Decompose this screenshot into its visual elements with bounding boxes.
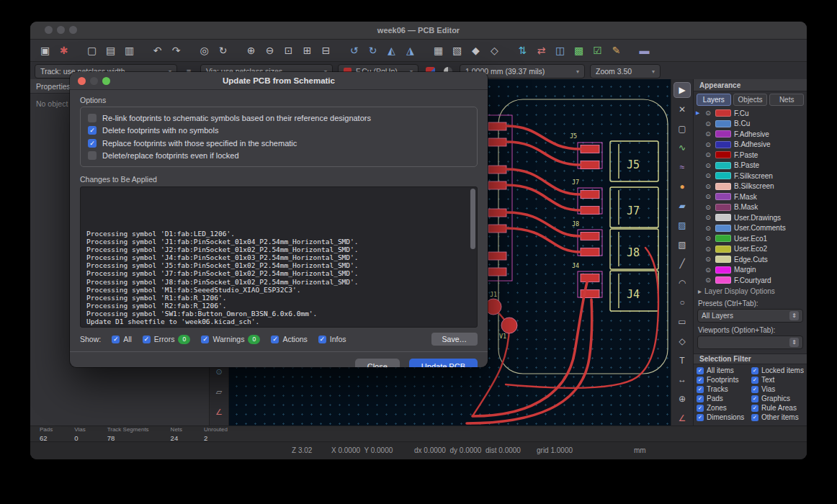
zoom-fit-objects-icon[interactable]: ⊞ [298, 42, 316, 59]
layer-color-swatch[interactable] [715, 120, 731, 127]
selection-filter-item[interactable]: Pads [697, 395, 750, 403]
zoom-in-icon[interactable]: ⊕ [242, 42, 260, 59]
visibility-eye-icon[interactable]: ⊙ [704, 151, 712, 158]
selection-filter-item[interactable]: Rule Areas [751, 405, 804, 413]
checkbox[interactable] [751, 377, 758, 384]
visibility-eye-icon[interactable]: ⊙ [704, 246, 712, 253]
viewports-combo[interactable]: ⇕ [697, 336, 803, 349]
checkbox[interactable] [697, 414, 704, 421]
add-footprint-icon[interactable]: ▰ [673, 198, 691, 214]
selection-filter-item[interactable]: Graphics [751, 395, 804, 403]
route-tracks-icon[interactable]: ∿ [673, 140, 691, 156]
status-units[interactable]: mm [634, 446, 646, 454]
add-text-icon[interactable]: T [673, 353, 691, 369]
draw-arc-icon[interactable]: ◠ [673, 275, 691, 291]
visibility-eye-icon[interactable]: ⊙ [704, 120, 712, 127]
find-icon[interactable]: ◎ [195, 42, 213, 59]
selection-filter-item[interactable]: Vias [751, 386, 804, 394]
selection-filter-item[interactable]: All items [697, 367, 750, 375]
measure-left-icon[interactable]: ∠ [212, 405, 226, 419]
layer-color-swatch[interactable] [715, 151, 731, 158]
visibility-eye-icon[interactable]: ⊙ [704, 276, 712, 284]
visibility-eye-icon[interactable]: ⊙ [704, 141, 712, 148]
ungroup-icon[interactable]: ▧ [448, 42, 466, 59]
print-icon[interactable]: ▤ [102, 42, 120, 59]
draw-polygon-icon[interactable]: ◇ [673, 333, 691, 349]
selection-filter-item[interactable]: Footprints [697, 377, 750, 384]
checkbox[interactable] [697, 367, 704, 374]
checkbox[interactable] [112, 336, 120, 343]
add-dimension-icon[interactable]: ↔ [673, 372, 691, 387]
layer-row[interactable]: ▶ ⊙ Margin [694, 265, 807, 276]
layer-color-swatch[interactable] [715, 276, 731, 284]
undo-icon[interactable]: ↶ [148, 42, 166, 59]
layer-row[interactable]: ▶ ⊙ User.Eco2 [694, 244, 807, 255]
selection-filter-item[interactable]: Text [751, 377, 804, 384]
layer-color-swatch[interactable] [715, 266, 731, 274]
visibility-eye-icon[interactable]: ⊙ [704, 109, 712, 117]
redo-icon[interactable]: ↷ [167, 42, 185, 59]
option-row[interactable]: Delete/replace footprints even if locked [88, 150, 470, 163]
flip-horizontal-icon[interactable]: ◭ [382, 42, 400, 59]
layer-color-swatch[interactable] [715, 225, 731, 232]
checkbox[interactable] [697, 405, 704, 412]
fabrication-toolkit-icon[interactable]: ▩ [570, 42, 588, 59]
selection-filter-item[interactable]: Tracks [697, 386, 750, 394]
presets-combo[interactable]: All Layers ⇕ [697, 309, 803, 323]
layer-color-swatch[interactable] [715, 256, 731, 263]
layer-color-swatch[interactable] [715, 214, 731, 221]
layer-color-swatch[interactable] [715, 172, 731, 179]
visibility-eye-icon[interactable]: ⊙ [704, 172, 712, 179]
selection-filter-item[interactable]: Dimensions [697, 414, 750, 422]
route-diff-pair-icon[interactable]: ≈ [673, 159, 691, 175]
checkbox[interactable] [201, 336, 209, 343]
layer-row[interactable]: ▶ ⊙ F.Silkscreen [694, 171, 807, 181]
layer-color-swatch[interactable] [715, 246, 731, 253]
option-row[interactable]: Re-link footprints to schematic symbols … [88, 112, 470, 125]
checkbox[interactable] [751, 414, 758, 421]
layer-row[interactable]: ▶ ⊙ F.Mask [694, 192, 807, 202]
dialog-close-button[interactable] [78, 77, 86, 85]
update-pcb-from-schematic-icon[interactable]: ⇅ [514, 42, 532, 59]
layer-row[interactable]: ▶ ⊙ User.Drawings [694, 212, 807, 223]
message-filter[interactable]: Actions [271, 335, 307, 343]
3d-viewer-icon[interactable]: ◫ [551, 42, 569, 59]
checkbox[interactable] [143, 336, 151, 343]
layer-color-swatch[interactable] [715, 162, 731, 169]
checkbox[interactable] [88, 151, 97, 160]
layer-row[interactable]: ▶ ⊙ B.Paste [694, 161, 807, 171]
zoom-selection-icon[interactable]: ⊟ [317, 42, 335, 59]
selection-filter-item[interactable]: Other items [751, 414, 804, 422]
visibility-eye-icon[interactable]: ⊙ [704, 235, 712, 242]
checkbox[interactable] [88, 114, 97, 122]
visibility-eye-icon[interactable]: ⊙ [704, 225, 712, 232]
select-tool-icon[interactable]: ▶ [673, 82, 691, 98]
drawing-sheet-icon[interactable]: ▱ [212, 384, 226, 399]
measure-icon[interactable]: ∠ [673, 410, 691, 426]
visibility-eye-icon[interactable]: ⊙ [704, 130, 712, 138]
layer-row[interactable]: ▶ ⊙ B.Silkscreen [694, 181, 807, 192]
message-filter[interactable]: All [112, 335, 132, 343]
layer-row[interactable]: ▶ ⊙ B.Mask [694, 202, 807, 213]
layer-color-swatch[interactable] [715, 183, 731, 190]
update-pcb-button[interactable]: Update PCB [409, 359, 478, 367]
visibility-eye-icon[interactable]: ⊙ [704, 256, 712, 263]
annotate-icon[interactable]: ✎ [607, 42, 625, 59]
layer-display-options[interactable]: ▸ Layer Display Options [694, 287, 807, 296]
add-zone-icon[interactable]: ▨ [673, 217, 691, 233]
rotate-cw-icon[interactable]: ↻ [364, 42, 382, 59]
grid-origin-icon[interactable]: ⊕ [673, 391, 691, 407]
add-via-icon[interactable]: ● [673, 179, 691, 194]
selection-filter-item[interactable]: Zones [697, 405, 750, 413]
layer-row[interactable]: ▶ ⊙ F.Cu [694, 108, 807, 119]
refresh-icon[interactable]: ↻ [214, 42, 232, 59]
checkbox[interactable] [751, 405, 758, 412]
checkbox[interactable] [271, 336, 279, 343]
layer-row[interactable]: ▶ ⊙ Edge.Cuts [694, 254, 807, 265]
save-button[interactable]: Save… [431, 333, 478, 346]
layer-color-swatch[interactable] [715, 130, 731, 138]
appearance-tab[interactable]: Nets [769, 94, 804, 106]
checkbox[interactable] [751, 395, 758, 402]
visibility-eye-icon[interactable]: ⊙ [704, 204, 712, 211]
layer-row[interactable]: ▶ ⊙ F.Adhesive [694, 129, 807, 140]
